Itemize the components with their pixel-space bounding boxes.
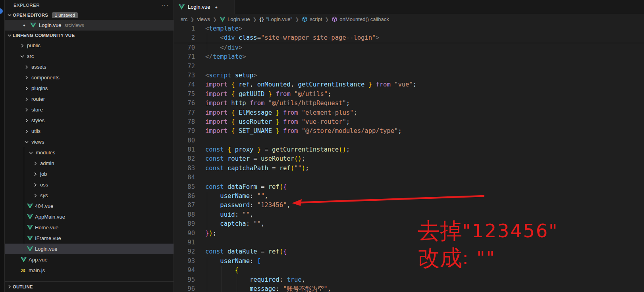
code-line-80[interactable]: 80 [174,136,644,145]
code-line-1[interactable]: 1<template> [174,24,644,33]
code-line-95[interactable]: 95 required: true, [174,275,644,284]
open-editor-item-login-vue[interactable]: ● Login.vue src\views [5,20,174,31]
code-line-87[interactable]: 87 password: "123456", [174,201,644,210]
line-number[interactable]: 73 [174,71,205,80]
code-line-79[interactable]: 79import { SET_UNAME } from "@/store/mod… [174,127,644,136]
line-number[interactable]: 91 [174,238,205,247]
line-content[interactable]: { [205,266,644,275]
line-content[interactable]: uuid: "", [205,210,644,219]
tree-item-job[interactable]: job [5,169,174,179]
tree-item-login-vue[interactable]: Login.vue [5,244,174,254]
line-content[interactable]: <template> [205,24,644,33]
tab-login-vue[interactable]: Login.vue ● [174,0,235,14]
code-line-96[interactable]: 96 message: "账号不能为空", [174,284,644,292]
breadcrumb-item-src[interactable]: src [181,16,187,22]
line-number[interactable]: 95 [174,275,205,284]
code-line-86[interactable]: 86 userName: "", [174,192,644,201]
line-number[interactable]: 83 [174,164,205,173]
tree-item-assets[interactable]: assets [5,61,174,72]
tree-item-main-js[interactable]: JSmain.js [5,265,174,276]
line-number[interactable]: 1 [174,24,205,33]
line-content[interactable]: <div class="site-wrapper site-page--logi… [205,33,644,42]
breadcrumb-item-script[interactable]: script [302,16,322,22]
code-line-73[interactable]: 73<script setup> [174,71,644,80]
line-number[interactable]: 75 [174,90,205,99]
line-content[interactable]: import { getUUID } from "@/utils"; [205,90,644,99]
tree-item-plugins[interactable]: plugins [5,83,174,94]
line-number[interactable]: 89 [174,219,205,229]
code-line-84[interactable]: 84 [174,173,644,182]
line-number[interactable]: 86 [174,192,205,201]
line-number[interactable]: 84 [174,173,205,182]
line-content[interactable] [205,238,644,247]
line-number[interactable]: 76 [174,99,205,108]
line-number[interactable]: 77 [174,108,205,117]
line-number[interactable]: 96 [174,284,205,292]
line-content[interactable]: import { SET_UNAME } from "@/store/modul… [205,127,644,136]
line-number[interactable]: 88 [174,210,205,219]
code-line-81[interactable]: 81const { proxy } = getCurrentInstance()… [174,145,644,154]
tree-item-store[interactable]: store [5,104,174,115]
line-number[interactable]: 78 [174,117,205,127]
line-number[interactable]: 70 [174,43,205,52]
modified-dot-icon[interactable]: ● [23,23,25,27]
tree-item-views[interactable]: views [5,136,174,147]
more-actions-icon[interactable]: ··· [161,3,169,7]
line-number[interactable]: 82 [174,154,205,163]
line-content[interactable]: const captchaPath = ref(""); [205,164,644,173]
line-number[interactable]: 90 [174,229,205,238]
project-section-header[interactable]: LINFENG-COMMUNITY-VUE [5,31,174,40]
line-content[interactable]: import { ref, onMounted, getCurrentInsta… [205,80,644,89]
breadcrumb-item-onmounted-callback[interactable]: onMounted() callback [332,16,389,22]
line-content[interactable]: }); [205,229,644,238]
code-line-93[interactable]: 93 userName: [ [174,257,644,266]
tree-item-app-vue[interactable]: App.vue [5,254,174,265]
line-content[interactable]: <script setup> [205,71,644,80]
code-line-72[interactable]: 72 [174,62,644,71]
tree-item-src[interactable]: src [5,51,174,61]
code-line-92[interactable]: 92const dataRule = ref({ [174,247,644,256]
tab-modified-dot-icon[interactable]: ● [215,5,218,10]
code-line-83[interactable]: 83const captchaPath = ref(""); [174,164,644,173]
breadcrumb-item--login-vue-[interactable]: {}"Login.vue" [259,16,292,22]
open-editors-header[interactable]: OPEN EDITORS 1 unsaved [5,10,174,20]
code-line-75[interactable]: 75import { getUUID } from "@/utils"; [174,90,644,99]
line-number[interactable]: 74 [174,80,205,89]
code-line-71[interactable]: 71</template> [174,52,644,61]
tree-item-public[interactable]: public [5,40,174,51]
line-number[interactable]: 92 [174,247,205,256]
line-number[interactable]: 2 [174,33,205,42]
line-content[interactable]: import { ElMessage } from "element-plus"… [205,108,644,117]
tree-item-404-vue[interactable]: 404.vue [5,201,174,211]
line-number[interactable]: 80 [174,136,205,145]
line-number[interactable]: 93 [174,257,205,266]
line-content[interactable]: const dataRule = ref({ [205,247,644,256]
line-content[interactable] [205,136,644,145]
line-content[interactable]: const router = useRouter(); [205,154,644,163]
tree-item-appmain-vue[interactable]: AppMain.vue [5,211,174,222]
line-content[interactable] [205,173,644,182]
code-line-78[interactable]: 78import { useRouter } from "vue-router"… [174,117,644,127]
code-line-85[interactable]: 85const dataForm = ref({ [174,182,644,192]
line-content[interactable]: const { proxy } = getCurrentInstance(); [205,145,644,154]
code-line-89[interactable]: 89 captcha: "", [174,219,644,229]
line-content[interactable]: import { useRouter } from "vue-router"; [205,117,644,127]
tree-item-sys[interactable]: sys [5,190,174,201]
line-number[interactable]: 87 [174,201,205,210]
line-content[interactable]: userName: [ [205,257,644,266]
line-content[interactable] [205,62,644,71]
line-number[interactable]: 72 [174,62,205,71]
line-content[interactable]: userName: "", [205,192,644,201]
tree-item-oss[interactable]: oss [5,179,174,190]
line-content[interactable]: required: true, [205,275,644,284]
breadcrumb-item-views[interactable]: views [197,16,210,22]
line-content[interactable]: </div> [205,43,644,52]
line-content[interactable]: const dataForm = ref({ [205,182,644,192]
code-editor[interactable]: 1<template>2 <div class="site-wrapper si… [174,24,644,292]
line-content[interactable]: import http from "@/utils/httpRequest"; [205,99,644,108]
line-content[interactable]: message: "账号不能为空", [205,284,644,292]
line-content[interactable]: captcha: "", [205,219,644,229]
tree-item-iframe-vue[interactable]: IFrame.vue [5,233,174,244]
code-line-76[interactable]: 76import http from "@/utils/httpRequest"… [174,99,644,108]
code-line-70[interactable]: 70 </div> [174,43,644,52]
